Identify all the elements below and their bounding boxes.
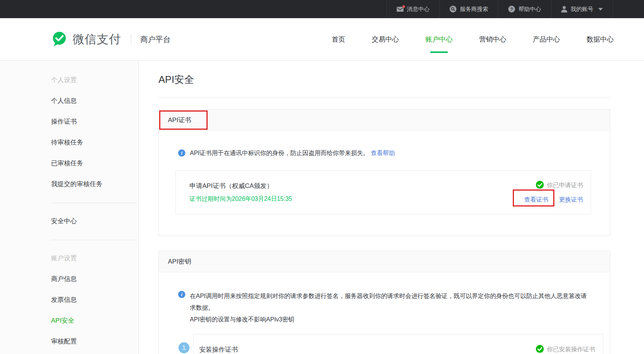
topbar-item-label: 消息中心 (407, 6, 430, 13)
logo[interactable]: 微信支付 商户平台 (51, 18, 171, 61)
api-certificate-section: API证书 i API证书用于在通讯中标识你的身份，防止因盗用而给你带来损失。 … (158, 109, 610, 236)
api-key-section-title: API密钥 (159, 251, 610, 272)
sidebar: 个人设置 个人信息 操作证书 待审核任务 已审核任务 我提交的审核任务 安全中心… (0, 61, 139, 354)
certificate-box: 申请API证书（权威CA颁发） 证书过期时间为2026年03月24日15:35 … (175, 170, 591, 214)
topbar-item-my-account[interactable]: 我的账号 (551, 0, 613, 18)
certificate-info-text: API证书用于在通讯中标识你的身份，防止因盗用而给你带来损失。 查看帮助 (190, 149, 395, 158)
main-nav: 首页 交易中心 账户中心 营销中心 产品中心 数据中心 (332, 18, 614, 61)
view-certificate-link[interactable]: 查看证书 (524, 196, 548, 204)
api-key-info-note: API密钥的设置与修改不影响APIv3密钥 (190, 314, 591, 325)
topbar-item-label: 我的账号 (571, 6, 593, 13)
success-check-icon (536, 181, 544, 190)
certificate-details: 申请API证书（权威CA颁发） 证书过期时间为2026年03月24日15:35 (189, 182, 292, 203)
user-icon (561, 6, 567, 12)
topbar: 消息中心 服务商搜索 ? 帮助中心 我的账号 (0, 0, 644, 18)
help-icon: ? (508, 6, 515, 12)
nav-item-transaction-center[interactable]: 交易中心 (372, 18, 399, 61)
main-content: API安全 API证书 i API证书用于在通讯中标识你的身份，防止因盗用而给你… (139, 61, 644, 354)
sidebar-group-account-settings: 账户设置 (0, 248, 138, 269)
step-number-badge: 1 (178, 342, 189, 353)
info-icon: i (178, 149, 185, 157)
certificate-status-text: 你已申请证书 (547, 182, 583, 189)
topbar-item-label: 帮助中心 (518, 6, 541, 13)
certificate-status: 你已申请证书 (536, 181, 583, 190)
sidebar-item-my-submitted-tasks[interactable]: 我提交的审核任务 (0, 174, 138, 194)
topbar-item-messages[interactable]: 消息中心 (386, 0, 439, 18)
chevron-down-icon (598, 8, 603, 11)
sidebar-item-invoice-info[interactable]: 发票信息 (0, 289, 138, 310)
message-icon (397, 7, 403, 12)
wechat-pay-logo-icon (51, 30, 68, 48)
search-icon (450, 6, 456, 12)
install-certificate-box: 安装操作证书 你已安装操作证书 API密钥属于敏感信息，只有安装了操作证书的用户… (193, 334, 603, 354)
api-key-info-row: i 在API调用时用来按照指定规则对你的请求参数进行签名，服务器收到你的请求时会… (178, 290, 610, 325)
sidebar-item-pending-review-tasks[interactable]: 待审核任务 (0, 132, 138, 153)
topbar-item-help-center[interactable]: ? 帮助中心 (498, 0, 551, 18)
success-check-icon (536, 345, 544, 354)
topbar-item-provider-search[interactable]: 服务商搜索 (439, 0, 498, 18)
logo-text: 微信支付 (73, 31, 121, 47)
install-certificate-title: 安装操作证书 (199, 345, 238, 354)
bubble-notch (190, 345, 197, 351)
sidebar-divider (51, 203, 137, 203)
certificate-expiry: 证书过期时间为2026年03月24日15:35 (189, 195, 292, 203)
sidebar-item-personal-info[interactable]: 个人信息 (0, 90, 138, 111)
notification-badge (402, 5, 405, 8)
nav-item-home[interactable]: 首页 (332, 18, 345, 61)
api-key-section: API密钥 i 在API调用时用来按照指定规则对你的请求参数进行签名，服务器收到… (158, 251, 610, 354)
nav-item-account-center[interactable]: 账户中心 (425, 18, 453, 61)
sidebar-item-api-security[interactable]: API安全 (0, 310, 138, 331)
sidebar-item-review-config[interactable]: 审核配置 (0, 331, 138, 352)
certificate-info-row: i API证书用于在通讯中标识你的身份，防止因盗用而给你带来损失。 查看帮助 (178, 149, 610, 158)
topbar-item-label: 服务商搜索 (460, 6, 488, 13)
certificate-actions: 你已申请证书 查看证书 更换证书 (524, 181, 583, 204)
platform-label: 商户平台 (140, 34, 171, 45)
api-key-info-text: 在API调用时用来按照指定规则对你的请求参数进行签名，服务器收到你的请求时会进行… (190, 290, 591, 325)
svg-text:?: ? (511, 7, 513, 11)
api-certificate-section-title: API证书 (159, 110, 610, 131)
sidebar-item-operation-certificate[interactable]: 操作证书 (0, 111, 138, 132)
view-help-link[interactable]: 查看帮助 (371, 150, 395, 156)
nav-item-product-center[interactable]: 产品中心 (533, 18, 560, 61)
header: 微信支付 商户平台 首页 交易中心 账户中心 营销中心 产品中心 数据中心 (0, 18, 644, 61)
replace-certificate-link[interactable]: 更换证书 (559, 196, 583, 204)
logo-divider (131, 34, 131, 44)
sidebar-item-merchant-info[interactable]: 商户信息 (0, 269, 138, 289)
sidebar-group-personal-settings: 个人设置 (0, 70, 138, 90)
install-certificate-status: 你已安装操作证书 (536, 345, 595, 354)
step-row-install-certificate: 1 安装操作证书 你已安装操作证书 API密钥属于敏感信息，只有安装了操作证书的… (178, 334, 610, 354)
certificate-links: 查看证书 更换证书 (524, 196, 583, 204)
sidebar-item-reviewed-tasks[interactable]: 已审核任务 (0, 153, 138, 174)
nav-item-data-center[interactable]: 数据中心 (587, 18, 614, 61)
sidebar-divider (51, 240, 137, 240)
certificate-name: 申请API证书（权威CA颁发） (189, 182, 292, 190)
nav-item-marketing-center[interactable]: 营销中心 (479, 18, 506, 61)
install-certificate-status-text: 你已安装操作证书 (547, 346, 595, 354)
title-divider (158, 98, 610, 98)
install-certificate-header: 安装操作证书 你已安装操作证书 (199, 345, 595, 354)
certificate-info-sentence: API证书用于在通讯中标识你的身份，防止因盗用而给你带来损失。 (190, 150, 369, 156)
page-title: API安全 (158, 73, 644, 86)
sidebar-item-security-center[interactable]: 安全中心 (0, 211, 138, 231)
info-icon: i (178, 291, 185, 298)
api-key-info-sentence: 在API调用时用来按照指定规则对你的请求参数进行签名，服务器收到你的请求时会进行… (190, 290, 591, 314)
